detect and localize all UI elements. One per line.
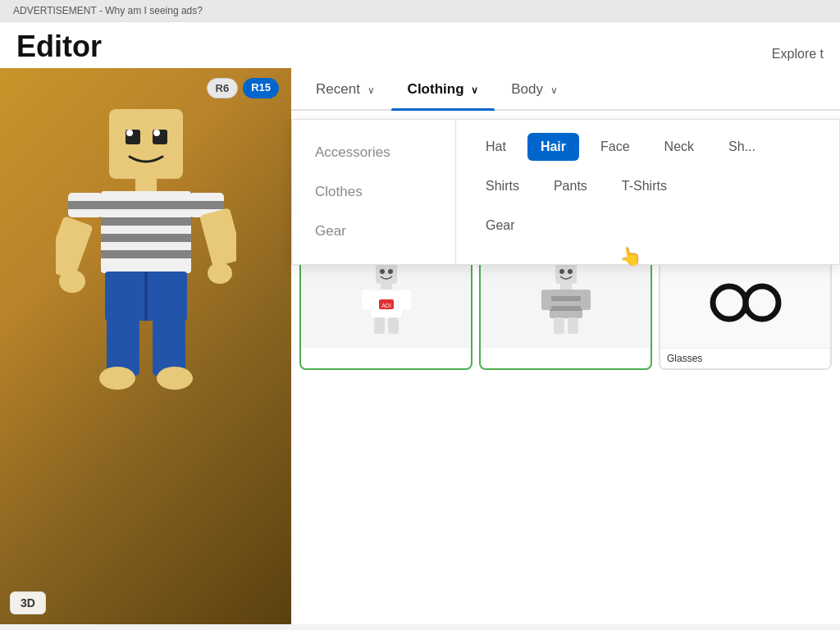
dropdown-shoulder[interactable]: Sh...	[715, 133, 769, 161]
svg-point-53	[559, 269, 564, 274]
svg-rect-23	[153, 318, 185, 376]
catalog-item-shirt-white[interactable]: ADI	[299, 248, 472, 370]
ad-bar: ADVERTISEMENT - Why am I seeing ads?	[0, 0, 840, 22]
tab-clothing[interactable]: Clothing ∨	[391, 68, 495, 109]
svg-point-24	[157, 367, 193, 390]
svg-rect-46	[550, 290, 582, 318]
avatar-badges: R6 R15	[207, 78, 279, 98]
catalog-area: Recent ∨ Clothing ∨ Body ∨ Accessories C…	[291, 68, 840, 624]
badge-r15[interactable]: R15	[243, 78, 279, 98]
dropdown-neck[interactable]: Neck	[651, 133, 707, 161]
main-content: R6 R15	[0, 68, 840, 624]
dropdown-clothes[interactable]: Clothes	[292, 172, 455, 212]
svg-rect-49	[541, 290, 551, 310]
catalog-item-glasses[interactable]: Glasses	[659, 248, 832, 370]
dropdown-pants[interactable]: Pants	[541, 172, 600, 200]
svg-rect-51	[554, 317, 564, 334]
header: Editor Explore t	[0, 22, 840, 68]
svg-point-43	[388, 269, 393, 274]
svg-rect-50	[581, 290, 591, 310]
svg-rect-9	[101, 234, 191, 242]
svg-point-3	[126, 130, 133, 136]
svg-point-56	[746, 286, 778, 319]
dropdown-accessories[interactable]: Accessories	[292, 133, 455, 172]
dropdown-shirts[interactable]: Shirts	[472, 172, 532, 200]
svg-point-20	[208, 262, 232, 284]
clothing-dropdown: Accessories Clothes Gear Hat Hair Face N…	[291, 119, 840, 265]
dropdown-left-column: Accessories Clothes Gear	[292, 120, 456, 264]
svg-rect-37	[401, 290, 411, 310]
svg-rect-21	[107, 318, 139, 376]
svg-rect-44	[555, 264, 577, 284]
svg-text:ADI: ADI	[381, 303, 391, 308]
svg-rect-18	[189, 201, 224, 209]
dropdown-face[interactable]: Face	[587, 133, 643, 161]
nav-tabs: Recent ∨ Clothing ∨ Body ∨	[291, 68, 840, 111]
tab-recent[interactable]: Recent ∨	[299, 68, 391, 109]
svg-rect-48	[550, 306, 582, 311]
badge-r6[interactable]: R6	[207, 78, 239, 98]
svg-point-22	[99, 367, 135, 390]
explore-text: Explore t	[772, 47, 824, 68]
svg-rect-47	[550, 296, 582, 301]
svg-rect-33	[376, 264, 397, 284]
svg-rect-39	[388, 317, 399, 334]
svg-rect-0	[109, 109, 183, 179]
svg-rect-10	[101, 250, 191, 258]
gear-row: Gear	[472, 212, 823, 240]
dropdown-tshirts[interactable]: T-Shirts	[609, 172, 680, 200]
svg-rect-34	[381, 283, 392, 290]
dropdown-hat[interactable]: Hat	[472, 133, 519, 161]
svg-rect-14	[68, 201, 103, 209]
svg-rect-52	[568, 317, 578, 334]
3d-button[interactable]: 3D	[10, 591, 46, 614]
dropdown-gear[interactable]: Gear	[292, 212, 455, 251]
page-title: Editor	[16, 32, 102, 68]
clothes-row: Shirts Pants T-Shirts	[472, 172, 823, 200]
ad-bar-text: ADVERTISEMENT - Why am I seeing ads?	[13, 5, 203, 16]
catalog-item-shirt-grey[interactable]	[479, 248, 652, 370]
svg-point-4	[153, 130, 160, 136]
svg-rect-5	[135, 177, 157, 192]
accessories-row: Hat Hair Face Neck Sh...	[472, 133, 823, 161]
avatar-panel: R6 R15	[0, 68, 291, 624]
svg-rect-8	[101, 217, 191, 226]
dropdown-right-column: Hat Hair Face Neck Sh... Shirts Pants T-…	[456, 120, 839, 264]
svg-rect-45	[560, 283, 572, 290]
svg-point-54	[568, 269, 573, 274]
svg-rect-19	[199, 208, 236, 267]
dropdown-gear2[interactable]: Gear	[472, 212, 528, 240]
dropdown-hair[interactable]: Hair	[527, 133, 579, 161]
svg-rect-7	[101, 201, 191, 209]
tab-body[interactable]: Body ∨	[495, 68, 573, 109]
svg-point-16	[59, 270, 85, 293]
svg-point-55	[713, 286, 746, 319]
item-label-glasses: Glasses	[660, 348, 830, 368]
svg-rect-38	[374, 317, 385, 334]
svg-point-42	[380, 269, 385, 274]
character-container	[56, 101, 236, 404]
svg-rect-36	[362, 290, 372, 310]
